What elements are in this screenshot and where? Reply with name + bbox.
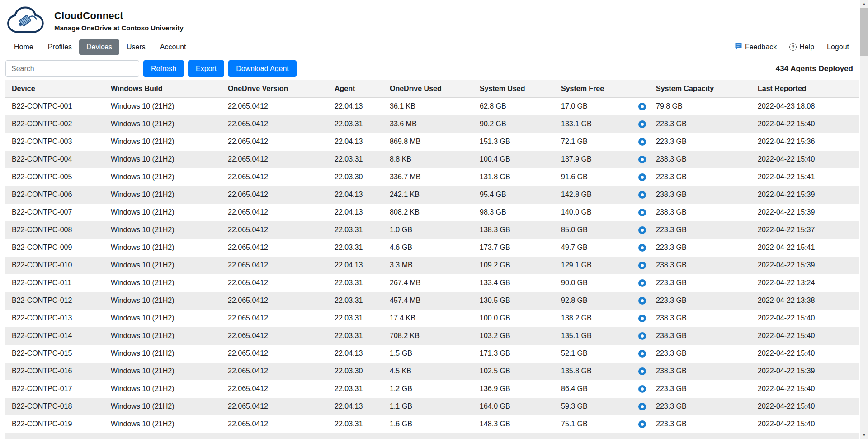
capacity-donut-icon <box>638 385 646 393</box>
feedback-link[interactable]: Feedback <box>735 43 777 52</box>
cell-device: B22-CONTPC-012 <box>5 292 104 310</box>
cell-windows-build: Windows 10 (21H2) <box>104 398 222 415</box>
capacity-donut-icon <box>638 420 646 428</box>
nav-item-account[interactable]: Account <box>153 39 193 55</box>
cell-device: B22-CONTPC-002 <box>5 115 104 133</box>
nav-item-profiles[interactable]: Profiles <box>41 39 79 55</box>
capacity-icon-cell <box>634 380 650 398</box>
nav-item-devices[interactable]: Devices <box>79 39 119 55</box>
cell-windows-build: Windows 10 (21H2) <box>104 363 222 380</box>
cell-onedrive-used: 4.6 GB <box>383 239 473 257</box>
table-row[interactable]: B22-CONTPC-006Windows 10 (21H2)22.065.04… <box>5 186 859 204</box>
table-row[interactable]: B22-CONTPC-011Windows 10 (21H2)22.065.04… <box>5 274 859 292</box>
table-row[interactable]: B22-CONTPC-003Windows 10 (21H2)22.065.04… <box>5 133 859 151</box>
cell-last-reported: 2022-04-22 15:40 <box>751 151 859 168</box>
table-row[interactable]: B22-CONTPC-013Windows 10 (21H2)22.065.04… <box>5 310 859 327</box>
cell-system-used: 148.3 GB <box>473 415 555 433</box>
cell-system-capacity: 79.8 GB <box>650 98 751 115</box>
column-header-system-capacity: System Capacity <box>650 80 751 98</box>
scrollbar-up-arrow-icon[interactable]: ▲ <box>860 0 868 8</box>
cell-onedrive-used: 808.2 KB <box>383 204 473 221</box>
table-row[interactable]: B22-CONTPC-008Windows 10 (21H2)22.065.04… <box>5 221 859 239</box>
cell-system-capacity: 223.3 GB <box>650 168 751 186</box>
table-row[interactable]: B22-CONTPC-014Windows 10 (21H2)22.065.04… <box>5 327 859 345</box>
cell-onedrive-version: 22.065.0412 <box>222 327 328 345</box>
scrollbar-down-arrow-icon[interactable]: ▼ <box>860 431 868 439</box>
nav-item-home[interactable]: Home <box>7 39 41 55</box>
cell-system-used: 164.0 GB <box>473 398 555 415</box>
cell-agent: 22.04.13 <box>328 345 383 363</box>
logout-link[interactable]: Logout <box>827 43 849 51</box>
capacity-icon-cell <box>634 168 650 186</box>
cell-system-capacity: 238.3 GB <box>650 186 751 204</box>
capacity-donut-icon <box>638 120 646 128</box>
table-row[interactable]: B22-CONTPC-004Windows 10 (21H2)22.065.04… <box>5 151 859 168</box>
table-row[interactable]: B22-CONTPC-016Windows 10 (21H2)22.065.04… <box>5 363 859 380</box>
main-nav: HomeProfilesDevicesUsersAccount Feedback… <box>0 37 868 57</box>
cell-device: B22-CONTPC-005 <box>5 168 104 186</box>
cell-system-free: 86.4 GB <box>555 380 634 398</box>
table-row[interactable]: B22-CONTPC-018Windows 10 (21H2)22.065.04… <box>5 398 859 415</box>
scrollbar-thumb[interactable] <box>860 8 868 56</box>
table-row[interactable]: B22-CONTPC-010Windows 10 (21H2)22.065.04… <box>5 257 859 274</box>
capacity-donut-icon <box>638 226 646 234</box>
app-subtitle: Manage OneDrive at Contoso University <box>54 24 184 32</box>
capacity-icon-cell <box>634 327 650 345</box>
cell-onedrive-version: 22.065.0412 <box>222 204 328 221</box>
export-button[interactable]: Export <box>188 60 224 77</box>
search-input[interactable] <box>5 60 139 77</box>
cell-onedrive-used: 4.5 KB <box>383 363 473 380</box>
cell-onedrive-used: 17.4 KB <box>383 310 473 327</box>
table-row[interactable]: B22-CONTPC-005Windows 10 (21H2)22.065.04… <box>5 168 859 186</box>
cell-onedrive-used: 1.2 GB <box>383 380 473 398</box>
help-link[interactable]: ? Help <box>789 43 814 51</box>
cloudconnect-logo <box>5 5 51 37</box>
cell-windows-build: Windows 10 (21H2) <box>104 292 222 310</box>
table-row[interactable]: B22-CONTPC-002Windows 10 (21H2)22.065.04… <box>5 115 859 133</box>
nav-item-users[interactable]: Users <box>119 39 153 55</box>
table-row[interactable]: B22-CONTPC-001Windows 10 (21H2)22.065.04… <box>5 98 859 115</box>
cell-system-capacity: 223.3 GB <box>650 380 751 398</box>
capacity-donut-icon <box>638 244 646 252</box>
table-row[interactable]: B22-CONTPC-015Windows 10 (21H2)22.065.04… <box>5 345 859 363</box>
capacity-icon-cell <box>634 257 650 274</box>
table-row[interactable]: B22-CONTPC-007Windows 10 (21H2)22.065.04… <box>5 204 859 221</box>
help-icon: ? <box>789 43 797 51</box>
table-row[interactable]: B22-CONTPC-019Windows 10 (21H2)22.065.04… <box>5 415 859 433</box>
cell-agent: 22.03.31 <box>328 239 383 257</box>
cell-system-free: 75.1 GB <box>555 415 634 433</box>
table-row[interactable]: B22-CONTPC-009Windows 10 (21H2)22.065.04… <box>5 239 859 257</box>
cell-windows-build: Windows 10 (21H2) <box>104 415 222 433</box>
cell-onedrive-version: 22.065.0412 <box>222 151 328 168</box>
capacity-donut-icon <box>638 191 646 199</box>
cell-last-reported: 2022-04-22 15:40 <box>751 115 859 133</box>
nav-right: Feedback ? Help Logout <box>735 43 849 52</box>
table-row[interactable]: B22-CONTPC-012Windows 10 (21H2)22.065.04… <box>5 292 859 310</box>
table-row[interactable]: B22-CONTPC-017Windows 10 (21H2)22.065.04… <box>5 380 859 398</box>
feedback-icon <box>735 43 742 52</box>
cell-windows-build: Windows 10 (21H2) <box>104 151 222 168</box>
cell-onedrive-used: 336.7 MB <box>383 168 473 186</box>
cell-agent: 22.03.31 <box>328 310 383 327</box>
capacity-donut-icon <box>638 403 646 410</box>
cell-device: B22-CONTPC-006 <box>5 186 104 204</box>
capacity-donut-icon <box>638 332 646 340</box>
cell-device: B22-CONTPC-001 <box>5 98 104 115</box>
capacity-icon-cell <box>634 221 650 239</box>
vertical-scrollbar[interactable]: ▲ ▼ <box>860 0 868 439</box>
cell-system-used: 90.2 GB <box>473 115 555 133</box>
column-header-system-free: System Free <box>555 80 634 98</box>
cell-system-free: 49.7 GB <box>555 239 634 257</box>
cell-onedrive-version: 22.065.0412 <box>222 380 328 398</box>
capacity-donut-icon <box>638 262 646 269</box>
cell-system-free: 17.0 GB <box>555 98 634 115</box>
cell-system-capacity: 238.3 GB <box>650 151 751 168</box>
cell-agent: 22.03.31 <box>328 151 383 168</box>
capacity-donut-icon <box>638 367 646 375</box>
download-agent-button[interactable]: Download Agent <box>228 60 297 77</box>
feedback-label: Feedback <box>745 43 777 51</box>
cell-windows-build: Windows 10 (21H2) <box>104 380 222 398</box>
refresh-button[interactable]: Refresh <box>143 60 184 77</box>
cell-system-used: 151.3 GB <box>473 133 555 151</box>
cell-system-capacity: 238.3 GB <box>650 257 751 274</box>
